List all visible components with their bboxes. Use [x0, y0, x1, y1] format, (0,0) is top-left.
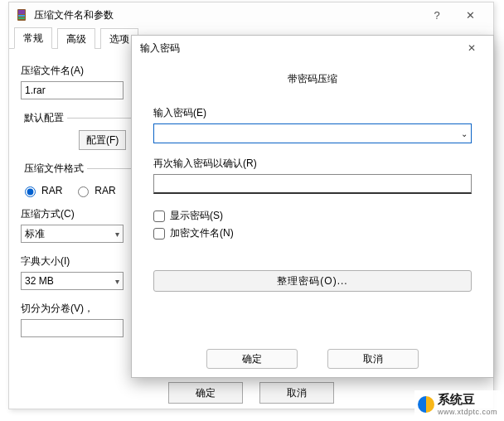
modal-footer: 确定 取消: [132, 349, 493, 369]
close-button[interactable]: ✕: [453, 4, 487, 26]
modal-close-button[interactable]: ✕: [458, 38, 485, 58]
svg-rect-3: [18, 17, 25, 19]
format-legend: 压缩文件格式: [21, 162, 87, 176]
password-label: 输入密码(E): [153, 106, 472, 120]
parent-ok-button[interactable]: 确定: [168, 382, 243, 404]
format-rar-radio[interactable]: [25, 186, 36, 197]
profile-button[interactable]: 配置(F): [79, 130, 126, 150]
modal-ok-button[interactable]: 确定: [206, 349, 298, 369]
parent-cancel-button[interactable]: 取消: [259, 382, 334, 404]
svg-rect-1: [18, 10, 25, 14]
format-rar5-label: RAR: [94, 185, 115, 196]
show-password-label: 显示密码(S): [170, 209, 223, 223]
modal-cancel-button[interactable]: 取消: [327, 349, 419, 369]
chevron-down-icon: ⌄: [461, 129, 468, 138]
show-password-checkbox[interactable]: [153, 210, 165, 222]
dict-select[interactable]: 32 MB ▾: [21, 272, 124, 290]
chevron-down-icon: ▾: [115, 230, 119, 239]
method-select[interactable]: 标准 ▾: [21, 225, 124, 243]
filename-input[interactable]: [21, 81, 124, 99]
help-button[interactable]: ?: [420, 4, 453, 26]
format-rar-label: RAR: [41, 185, 62, 196]
window-title: 压缩文件名和参数: [34, 8, 420, 22]
split-input[interactable]: [21, 319, 124, 337]
svg-rect-2: [18, 15, 25, 17]
encrypt-names-label: 加密文件名(N): [170, 226, 234, 240]
format-rar-option[interactable]: RAR: [21, 184, 62, 197]
password-input[interactable]: ⌄: [153, 123, 472, 143]
chevron-down-icon: ▾: [115, 277, 119, 286]
encrypt-names-option[interactable]: 加密文件名(N): [153, 226, 472, 240]
watermark-url: www.xtdptc.com: [438, 408, 497, 416]
watermark: 系统豆 www.xtdptc.com: [414, 390, 501, 418]
modal-body: 输入密码(E) ⌄ 再次输入密码以确认(R) 显示密码(S) 加密文件名(N) …: [132, 106, 493, 292]
confirm-password-input[interactable]: [153, 174, 472, 194]
modal-subtitle: 带密码压缩: [132, 72, 493, 86]
watermark-text: 系统豆: [438, 392, 497, 408]
dict-value: 32 MB: [25, 275, 54, 287]
format-rar5-radio[interactable]: [78, 186, 89, 197]
confirm-password-label: 再次输入密码以确认(R): [153, 157, 472, 171]
method-value: 标准: [25, 227, 45, 241]
profile-legend: 默认配置: [21, 111, 67, 125]
tab-advanced[interactable]: 高级: [57, 28, 95, 49]
show-password-option[interactable]: 显示密码(S): [153, 209, 472, 223]
app-icon: [16, 8, 29, 22]
watermark-logo-icon: [418, 396, 434, 413]
modal-titlebar: 输入密码 ✕: [132, 36, 493, 60]
tab-general[interactable]: 常规: [14, 27, 52, 49]
modal-title: 输入密码: [140, 41, 458, 56]
password-dialog: 输入密码 ✕ 带密码压缩 输入密码(E) ⌄ 再次输入密码以确认(R) 显示密码…: [131, 35, 494, 378]
format-rar5-option[interactable]: RAR: [74, 184, 115, 197]
organize-passwords-button[interactable]: 整理密码(O)...: [153, 270, 472, 292]
encrypt-names-checkbox[interactable]: [153, 228, 165, 240]
titlebar: 压缩文件名和参数 ? ✕: [9, 2, 493, 27]
